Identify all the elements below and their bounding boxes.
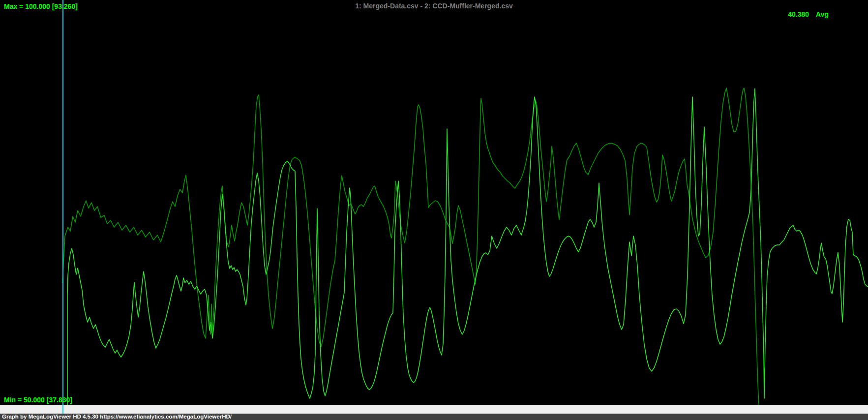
graph-title: 1: Merged-Data.csv - 2: CCD-Muffler-Merg… [0,2,868,10]
bottom-gutter-strip [0,405,868,414]
y-axis-min-label: Min = 50.000 [37.830] [4,396,72,404]
megalogviewer-graph-window: 1: Merged-Data.csv - 2: CCD-Muffler-Merg… [0,0,868,420]
credit-bar: Graph by MegaLogViewer HD 4.5.30 https:/… [0,414,868,420]
credit-text: Graph by MegaLogViewer HD 4.5.30 https:/… [2,414,232,420]
avg-readout: 40.380Avg [777,2,829,26]
y-axis-max-label: Max = 100.000 [93.260] [4,2,78,10]
waveform-traces [0,0,868,405]
avg-suffix-label: Avg [816,10,829,18]
avg-value: 40.380 [788,10,809,18]
plot-area[interactable]: 1: Merged-Data.csv - 2: CCD-Muffler-Merg… [0,0,868,405]
trace-Merged-Data.csv [62,88,759,405]
cursor-line[interactable] [62,0,63,414]
